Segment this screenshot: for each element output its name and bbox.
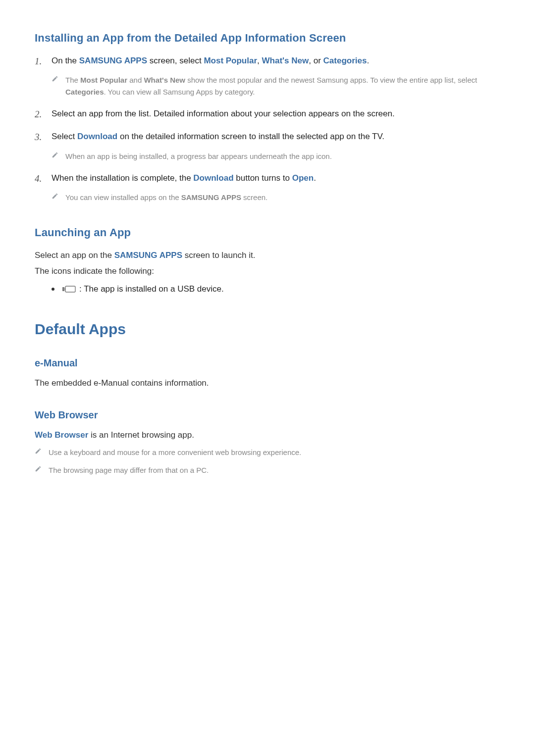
heading-webbrowser: Web Browser (35, 409, 500, 421)
list-item: 4. When the installation is complete, th… (35, 172, 500, 204)
install-steps-list: 1. On the SAMSUNG APPS screen, select Mo… (35, 54, 500, 204)
text: screen, select (147, 56, 204, 65)
section-launching: Launching an App Select an app on the SA… (35, 226, 500, 296)
heading-emanual: e-Manual (35, 357, 500, 369)
icon-legend-list: : The app is installed on a USB device. (52, 283, 500, 296)
text: The (65, 76, 80, 84)
list-item: Use a keyboard and mouse for a more conv… (35, 447, 500, 458)
text: button turns to (234, 173, 292, 183)
note: When an app is being installed, a progre… (52, 151, 500, 162)
note-text: Use a keyboard and mouse for a more conv… (49, 447, 500, 458)
step-number: 2. (35, 107, 52, 122)
highlight: What's New (262, 56, 309, 65)
pencil-icon (35, 464, 49, 476)
note: The Most Popular and What's New show the… (52, 74, 500, 98)
note-text: The Most Popular and What's New show the… (65, 74, 500, 98)
pencil-icon (52, 192, 65, 203)
text: and (127, 76, 144, 84)
text: , (257, 56, 262, 65)
text: On the (52, 56, 79, 65)
list-item: 2. Select an app from the list. Detailed… (35, 107, 500, 122)
text: on the detailed information screen to in… (117, 132, 384, 141)
step-body: When the installation is complete, the D… (52, 172, 500, 204)
paragraph: The icons indicate the following: (35, 265, 500, 278)
paragraph: Select an app on the SAMSUNG APPS screen… (35, 249, 500, 262)
step-body: Select Download on the detailed informat… (52, 130, 500, 163)
text: You can view installed apps on the (65, 193, 181, 202)
step-number: 4. (35, 172, 52, 204)
paragraph: The embedded e-Manual contains informati… (35, 377, 500, 390)
note-text: When an app is being installed, a progre… (65, 151, 500, 162)
highlight: Most Popular (80, 76, 127, 84)
step-body: On the SAMSUNG APPS screen, select Most … (52, 54, 500, 99)
text: , or (309, 56, 323, 65)
highlight: Download (193, 173, 233, 183)
highlight: Open (292, 173, 314, 183)
note: You can view installed apps on the SAMSU… (52, 192, 500, 203)
highlight: SAMSUNG APPS (79, 56, 147, 65)
step-body: Select an app from the list. Detailed in… (52, 107, 500, 122)
text: Select an app on the (35, 251, 114, 260)
list-item: : The app is installed on a USB device. (52, 283, 500, 296)
list-item: 3. Select Download on the detailed infor… (35, 130, 500, 163)
highlight: What's New (144, 76, 185, 84)
highlight: Most Popular (204, 56, 257, 65)
text: is an Internet browsing app. (88, 430, 194, 440)
highlight: SAMSUNG APPS (114, 251, 182, 260)
highlight: Categories (65, 88, 104, 96)
highlight: SAMSUNG APPS (181, 193, 241, 202)
note-text: The browsing page may differ from that o… (49, 464, 500, 476)
text: . (367, 56, 369, 65)
text: . You can view all Samsung Apps by categ… (104, 88, 255, 96)
step-number: 1. (35, 54, 52, 99)
usb-icon (62, 285, 76, 293)
pencil-icon (52, 151, 65, 162)
text: Select (52, 132, 77, 141)
section-webbrowser: Web Browser Web Browser is an Internet b… (35, 409, 500, 476)
note-text: You can view installed apps on the SAMSU… (65, 192, 500, 203)
section-installing: Installing an App from the Detailed App … (35, 32, 500, 204)
text: . (314, 173, 316, 183)
note-list: Use a keyboard and mouse for a more conv… (35, 447, 500, 476)
pencil-icon (52, 74, 65, 98)
paragraph: Web Browser is an Internet browsing app. (35, 429, 500, 442)
heading-installing: Installing an App from the Detailed App … (35, 32, 500, 45)
svg-rect-2 (65, 286, 75, 292)
heading-default-apps: Default Apps (35, 321, 500, 338)
text: : The app is installed on a USB device. (79, 283, 224, 296)
highlight: Categories (323, 56, 367, 65)
text: show the most popular and the newest Sam… (185, 76, 477, 84)
list-item: The browsing page may differ from that o… (35, 464, 500, 476)
highlight: Download (77, 132, 117, 141)
pencil-icon (35, 447, 49, 458)
heading-launching: Launching an App (35, 226, 500, 239)
step-number: 3. (35, 130, 52, 163)
bullet-icon (52, 288, 54, 291)
section-emanual: e-Manual The embedded e-Manual contains … (35, 357, 500, 390)
text: screen to launch it. (182, 251, 255, 260)
highlight: Web Browser (35, 430, 88, 440)
text: screen. (241, 193, 268, 202)
list-item: 1. On the SAMSUNG APPS screen, select Mo… (35, 54, 500, 99)
text: When the installation is complete, the (52, 173, 193, 183)
